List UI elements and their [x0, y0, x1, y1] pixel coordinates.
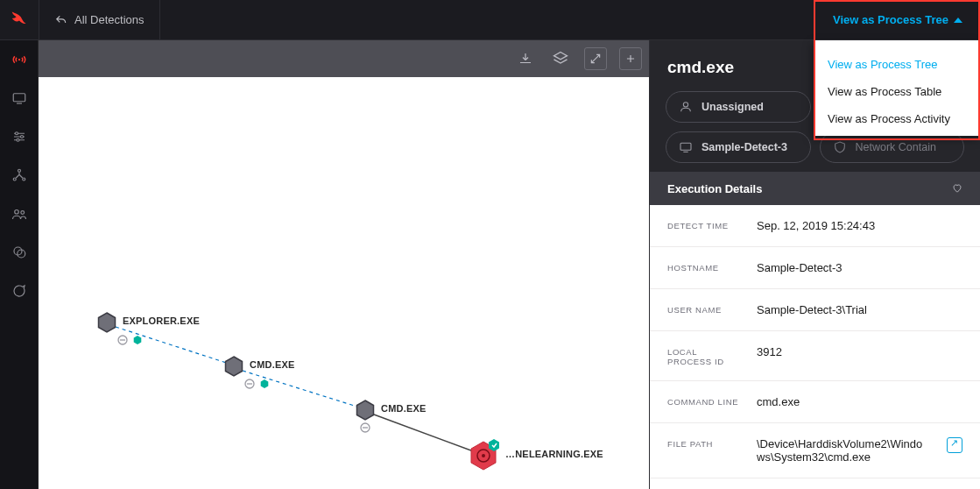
row-command-line: COMMAND LINE cmd.exe	[650, 381, 980, 423]
tree-svg	[39, 77, 649, 489]
detail-body[interactable]: DETECT TIME Sep. 12, 2019 15:24:43 HOSTN…	[650, 205, 980, 489]
canvas-tool-layers[interactable]	[549, 47, 572, 70]
sidebar-item-circles[interactable]	[0, 233, 39, 272]
canvas-tool-zoom[interactable]	[619, 47, 642, 70]
process-tree-canvas: EXPLORER.EXE CMD.EXE CMD.EXE …NELEARNING…	[39, 40, 649, 489]
sidebar-item-live[interactable]	[0, 40, 39, 79]
view-mode-label: View as Process Tree	[833, 13, 948, 26]
canvas-tool-fit[interactable]	[584, 47, 607, 70]
view-mode-dropdown-trigger[interactable]: View as Process Tree	[815, 13, 980, 26]
row-username: USER NAME Sample-Detect-3\Trial	[650, 289, 980, 331]
view-mode-dropdown-panel: View as Process Tree View as Process Tab…	[814, 40, 980, 136]
svg-point-8	[14, 210, 18, 215]
network-contain-label: Network Contain	[856, 141, 936, 153]
circles-icon	[11, 244, 27, 260]
monitor-small-icon	[679, 140, 693, 154]
canvas-toolbar	[39, 40, 649, 77]
svg-rect-29	[680, 143, 691, 150]
svg-point-0	[18, 59, 19, 60]
node-label-explorer[interactable]: EXPLORER.EXE	[123, 315, 200, 326]
undo-icon	[55, 14, 67, 26]
network-contain-pill[interactable]: Network Contain	[820, 131, 965, 163]
row-hostname: HOSTNAME Sample-Detect-3	[650, 247, 980, 289]
node-label-cmd2[interactable]: CMD.EXE	[381, 403, 427, 414]
svg-point-3	[20, 136, 23, 138]
row-file-path: FILE PATH \Device\HarddiskVolume2\Window…	[650, 423, 980, 478]
svg-point-5	[18, 169, 20, 172]
chevron-up-icon	[954, 18, 962, 23]
assign-label: Unassigned	[702, 101, 764, 113]
sidebar-item-chat[interactable]	[0, 272, 39, 310]
host-row: Sample-Detect-3 Network Contain	[650, 131, 980, 172]
node-label-nelearning[interactable]: …NELEARNING.EXE	[505, 449, 603, 459]
host-pill[interactable]: Sample-Detect-3	[666, 131, 811, 163]
row-local-pid: LOCAL PROCESS ID 3912	[650, 331, 980, 381]
view-option-process-tree[interactable]: View as Process Tree	[814, 51, 980, 78]
users-icon	[11, 206, 27, 222]
section-header-execution[interactable]: Execution Details	[650, 172, 980, 205]
external-link-icon	[947, 437, 962, 453]
sidebar-item-users[interactable]	[0, 195, 39, 233]
sidebar-item-monitor[interactable]	[0, 79, 39, 117]
assign-pill[interactable]: Unassigned	[666, 91, 811, 123]
svg-line-12	[116, 327, 243, 368]
shield-icon	[833, 140, 847, 154]
app-root: All Detections View as Process Tree View…	[0, 0, 980, 489]
svg-point-4	[17, 138, 19, 141]
row-executable: EXECUTABLE db06c3534964e3fc79d2763144ba5…	[650, 478, 980, 489]
section-header-label: Execution Details	[667, 182, 762, 195]
top-bar: All Detections View as Process Tree	[0, 0, 980, 40]
download-icon	[518, 51, 533, 67]
chat-icon	[11, 283, 27, 299]
monitor-icon	[11, 90, 27, 106]
svg-rect-1	[13, 94, 25, 102]
layers-icon	[552, 50, 569, 67]
svg-point-18	[482, 454, 485, 457]
user-icon	[679, 100, 693, 114]
sidebar-item-graph[interactable]	[0, 156, 39, 195]
sliders-icon	[11, 129, 27, 145]
svg-line-13	[243, 371, 374, 412]
expand-diag-icon	[589, 53, 602, 65]
svg-marker-22	[134, 336, 142, 344]
live-signal-icon	[11, 52, 27, 67]
falcon-icon	[10, 10, 29, 27]
svg-line-14	[374, 415, 485, 456]
open-file-path[interactable]	[943, 437, 962, 453]
back-label: All Detections	[74, 13, 144, 26]
svg-point-7	[22, 178, 25, 181]
plus-icon	[624, 53, 637, 65]
canvas-tool-download[interactable]	[514, 47, 537, 70]
node-label-cmd1[interactable]: CMD.EXE	[250, 359, 295, 370]
svg-point-28	[683, 103, 687, 107]
view-option-process-table[interactable]: View as Process Table	[814, 78, 980, 105]
back-all-detections[interactable]: All Detections	[39, 0, 160, 39]
view-option-process-activity[interactable]: View as Process Activity	[814, 105, 980, 132]
svg-point-2	[15, 132, 18, 135]
canvas-body[interactable]: EXPLORER.EXE CMD.EXE CMD.EXE …NELEARNING…	[39, 77, 649, 489]
brand-logo[interactable]	[0, 0, 39, 39]
sidebar-item-sliders[interactable]	[0, 117, 39, 156]
nav-sidebar	[0, 40, 39, 489]
svg-point-6	[13, 178, 16, 181]
svg-marker-25	[261, 379, 269, 388]
svg-point-9	[20, 211, 24, 215]
heart-outline-icon[interactable]	[952, 183, 962, 194]
row-detect-time: DETECT TIME Sep. 12, 2019 15:24:43	[650, 205, 980, 247]
host-label: Sample-Detect-3	[702, 141, 787, 153]
graph-icon	[11, 167, 27, 183]
